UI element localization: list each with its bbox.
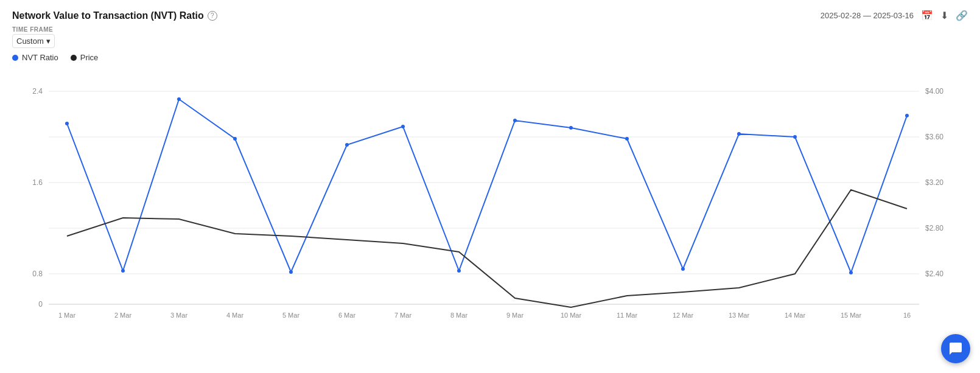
legend-nvt[interactable]: NVT Ratio	[12, 53, 58, 62]
svg-text:1.6: 1.6	[32, 178, 43, 187]
chat-icon	[948, 341, 963, 356]
nvt-point-10	[569, 126, 573, 130]
page-title: Network Value to Transaction (NVT) Ratio	[12, 10, 204, 21]
svg-text:$4.00: $4.00	[925, 87, 943, 96]
help-icon[interactable]: ?	[208, 11, 217, 21]
header: Network Value to Transaction (NVT) Ratio…	[12, 10, 968, 21]
svg-text:7 Mar: 7 Mar	[394, 312, 411, 319]
svg-text:3 Mar: 3 Mar	[170, 312, 187, 319]
nvt-point-2	[121, 269, 125, 273]
nvt-point-5	[289, 270, 293, 274]
nvt-point-4	[233, 137, 237, 141]
timeframe-value: Custom	[16, 37, 44, 46]
nvt-point-3	[177, 97, 181, 101]
price-dot	[71, 55, 77, 61]
nvt-point-8	[457, 269, 461, 273]
svg-text:10 Mar: 10 Mar	[561, 312, 582, 319]
date-range: 2025-02-28 — 2025-03-16	[821, 11, 914, 20]
chart-container: 2.4 1.6 0.8 0 $4.00 $3.60 $3.20 $2.80 $2…	[12, 67, 968, 322]
calendar-icon[interactable]: 📅	[921, 10, 933, 21]
nvt-point-13	[737, 132, 741, 136]
svg-text:4 Mar: 4 Mar	[226, 312, 243, 319]
nvt-label: NVT Ratio	[22, 53, 58, 62]
svg-text:9 Mar: 9 Mar	[506, 312, 523, 319]
svg-text:6 Mar: 6 Mar	[338, 312, 355, 319]
svg-text:14 Mar: 14 Mar	[785, 312, 806, 319]
svg-text:8 Mar: 8 Mar	[450, 312, 467, 319]
svg-text:5 Mar: 5 Mar	[282, 312, 299, 319]
svg-text:0: 0	[38, 300, 43, 309]
svg-text:1 Mar: 1 Mar	[58, 312, 75, 319]
svg-text:$2.80: $2.80	[925, 224, 943, 232]
nvt-point-11	[625, 137, 629, 141]
timeframe-dropdown[interactable]: Custom ▾	[12, 34, 55, 48]
nvt-point-15	[849, 271, 853, 274]
svg-text:2 Mar: 2 Mar	[114, 312, 131, 319]
chevron-down-icon: ▾	[46, 37, 51, 46]
svg-text:15 Mar: 15 Mar	[841, 312, 862, 319]
download-icon[interactable]: ⬇	[940, 10, 948, 21]
legend: NVT Ratio Price	[12, 53, 968, 62]
svg-text:12 Mar: 12 Mar	[673, 312, 694, 319]
svg-text:$3.60: $3.60	[925, 133, 943, 141]
price-label: Price	[80, 53, 99, 62]
nvt-point-16	[905, 114, 909, 117]
svg-text:13 Mar: 13 Mar	[729, 312, 750, 319]
svg-text:11 Mar: 11 Mar	[617, 312, 638, 319]
chat-button[interactable]	[941, 334, 970, 363]
chart-svg: 2.4 1.6 0.8 0 $4.00 $3.60 $3.20 $2.80 $2…	[12, 67, 968, 322]
nvt-point-9	[513, 119, 517, 122]
link-icon[interactable]: 🔗	[956, 10, 968, 21]
price-line	[67, 190, 907, 307]
svg-text:0.8: 0.8	[32, 270, 43, 278]
timeframe-section: TIME FRAME Custom ▾	[12, 26, 968, 48]
timeframe-label: TIME FRAME	[12, 26, 968, 33]
nvt-point-14	[793, 135, 797, 139]
nvt-point-1	[65, 122, 69, 125]
svg-text:16: 16	[903, 312, 911, 319]
nvt-point-6	[345, 143, 349, 147]
nvt-point-7	[401, 125, 405, 128]
svg-text:$3.20: $3.20	[925, 178, 943, 187]
nvt-point-12	[681, 267, 685, 271]
legend-price[interactable]: Price	[71, 53, 99, 62]
svg-text:2.4: 2.4	[32, 87, 43, 96]
title-area: Network Value to Transaction (NVT) Ratio…	[12, 10, 217, 21]
header-right: 2025-02-28 — 2025-03-16 📅 ⬇ 🔗	[821, 10, 968, 21]
nvt-dot	[12, 55, 18, 61]
svg-text:$2.40: $2.40	[925, 270, 943, 278]
nvt-ratio-line	[67, 99, 907, 273]
page: Network Value to Transaction (NVT) Ratio…	[0, 0, 980, 373]
